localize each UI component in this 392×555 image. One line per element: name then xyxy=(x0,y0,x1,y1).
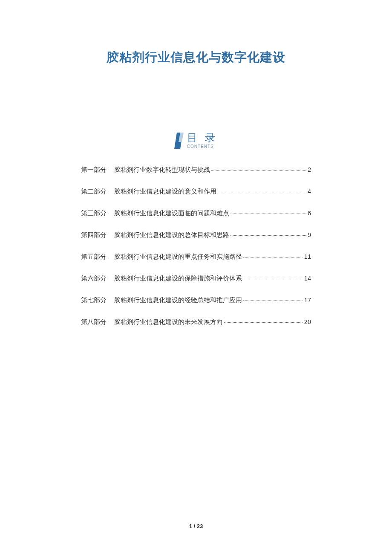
toc-row[interactable]: 第一部分 胶粘剂行业数字化转型现状与挑战 2 xyxy=(81,166,311,174)
toc-row[interactable]: 第四部分 胶粘剂行业信息化建设的总体目标和思路 9 xyxy=(81,231,311,239)
toc-page-number: 20 xyxy=(304,318,311,325)
toc-item-title: 胶粘剂行业数字化转型现状与挑战 xyxy=(114,166,210,174)
toc-part-label: 第六部分 xyxy=(81,275,107,283)
toc-item-title: 胶粘剂行业信息化建设的重点任务和实施路径 xyxy=(114,253,242,261)
page-footer: 1 / 23 xyxy=(0,523,392,529)
toc-part-label: 第三部分 xyxy=(81,209,107,217)
toc-part-label: 第二部分 xyxy=(81,188,107,196)
toc-leader-dots xyxy=(231,214,306,214)
toc-page-number: 9 xyxy=(308,231,311,238)
toc-part-label: 第五部分 xyxy=(81,253,107,261)
toc-part-label: 第七部分 xyxy=(81,296,107,304)
toc-row[interactable]: 第七部分 胶粘剂行业信息化建设的经验总结和推广应用 17 xyxy=(81,296,311,304)
document-title: 胶粘剂行业信息化与数字化建设 xyxy=(51,49,341,66)
toc-label-cn: 目 录 xyxy=(187,132,218,143)
toc-row[interactable]: 第二部分 胶粘剂行业信息化建设的意义和作用 4 xyxy=(81,188,311,196)
toc-label-en: CONTENTS xyxy=(187,144,214,149)
toc-item-title: 胶粘剂行业信息化建设的经验总结和推广应用 xyxy=(114,296,242,304)
toc-page-number: 4 xyxy=(308,188,311,195)
toc-item-title: 胶粘剂行业信息化建设的意义和作用 xyxy=(114,188,216,196)
toc-leader-dots xyxy=(218,192,306,192)
toc-part-label: 第八部分 xyxy=(81,318,107,326)
toc-leader-dots xyxy=(231,235,306,236)
page-current: 1 xyxy=(189,523,192,529)
toc-row[interactable]: 第三部分 胶粘剂行业信息化建设面临的问题和难点 6 xyxy=(81,209,311,217)
toc-leader-dots xyxy=(243,257,303,257)
toc-page-number: 14 xyxy=(304,275,311,282)
toc-page-number: 6 xyxy=(308,210,311,217)
toc-item-title: 胶粘剂行业信息化建设面临的问题和难点 xyxy=(114,209,229,217)
page-total: 23 xyxy=(197,523,203,529)
toc-page-number: 11 xyxy=(304,253,311,260)
toc-leader-dots xyxy=(243,301,303,301)
document-page: 胶粘剂行业信息化与数字化建设 目 录 CONTENTS 第一部分 胶粘剂行业数字… xyxy=(0,0,392,326)
toc-leader-dots xyxy=(243,279,303,279)
toc-item-title: 胶粘剂行业信息化建设的未来发展方向 xyxy=(114,318,223,326)
toc-header: 目 录 CONTENTS xyxy=(51,132,341,149)
toc-leader-dots xyxy=(211,170,306,171)
toc-row[interactable]: 第五部分 胶粘剂行业信息化建设的重点任务和实施路径 11 xyxy=(81,253,311,261)
toc-page-number: 2 xyxy=(308,166,311,173)
toc-part-label: 第一部分 xyxy=(81,166,107,174)
toc-row[interactable]: 第八部分 胶粘剂行业信息化建设的未来发展方向 20 xyxy=(81,318,311,326)
toc-leader-dots xyxy=(224,322,303,323)
toc-item-title: 胶粘剂行业信息化建设的保障措施和评价体系 xyxy=(114,275,242,283)
page-sep: / xyxy=(192,523,197,529)
toc-list: 第一部分 胶粘剂行业数字化转型现状与挑战 2 第二部分 胶粘剂行业信息化建设的意… xyxy=(51,166,341,326)
toc-item-title: 胶粘剂行业信息化建设的总体目标和思路 xyxy=(114,231,229,239)
toc-part-label: 第四部分 xyxy=(81,231,107,239)
toc-row[interactable]: 第六部分 胶粘剂行业信息化建设的保障措施和评价体系 14 xyxy=(81,275,311,283)
toc-page-number: 17 xyxy=(304,297,311,304)
toc-label-block: 目 录 CONTENTS xyxy=(187,132,218,149)
toc-slash-icon xyxy=(174,133,184,149)
